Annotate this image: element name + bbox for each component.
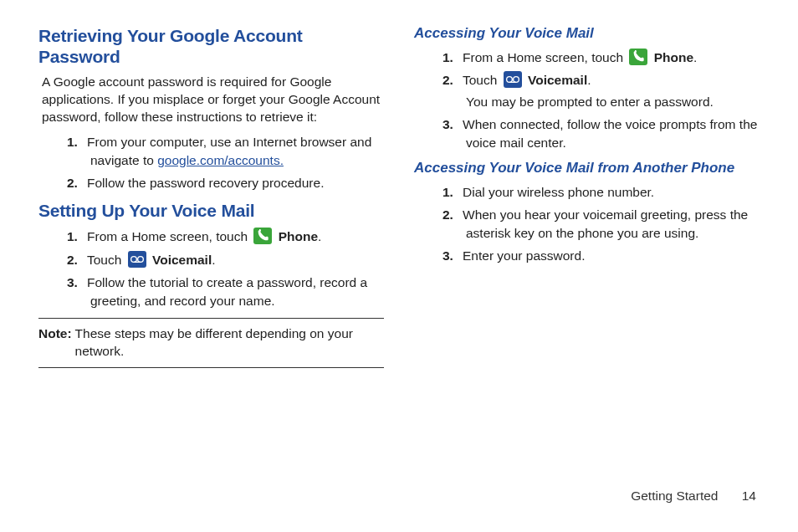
access-vm-step-2: 2.Touch Voicemail. You may be prompted t… — [414, 71, 760, 110]
step-text: Touch Voicemail. — [463, 73, 591, 87]
list-google-steps: 1.From your computer, use an Internet br… — [38, 133, 384, 192]
other-step-1: 1.Dial your wireless phone number. — [414, 183, 760, 201]
text-fragment: Touch — [87, 253, 125, 267]
text-fragment: . — [318, 229, 321, 243]
heading-google-password: Retrieving Your Google Account Password — [38, 25, 384, 67]
label-voicemail: Voicemail — [528, 73, 587, 87]
step-text: When you hear your voicemail greeting, p… — [463, 207, 748, 239]
other-step-3: 3.Enter your password. — [414, 247, 760, 264]
step-number: 2. — [442, 206, 463, 223]
step-number: 3. — [442, 115, 463, 133]
voicemail-icon — [128, 251, 146, 268]
step-number: 2. — [67, 251, 87, 269]
link-google-accounts[interactable]: google.com/accounts. — [157, 153, 284, 167]
heading-setup-voicemail: Setting Up Your Voice Mail — [38, 200, 384, 221]
step-number: 3. — [67, 274, 87, 291]
note-label: Note: — [38, 325, 75, 361]
label-phone: Phone — [279, 229, 318, 243]
step-number: 1. — [67, 228, 87, 245]
svg-point-1 — [137, 256, 143, 262]
phone-icon — [253, 228, 272, 244]
step-number: 2. — [442, 71, 463, 89]
heading-access-voicemail: Accessing Your Voice Mail — [414, 25, 760, 42]
other-step-2: 2.When you hear your voicemail greeting,… — [414, 206, 760, 242]
list-access-vm: 1.From a Home screen, touch Phone. 2.Tou… — [414, 49, 760, 151]
google-step-1: 1.From your computer, use an Internet br… — [38, 133, 384, 169]
page-body: Retrieving Your Google Account Password … — [0, 0, 798, 477]
svg-point-4 — [513, 77, 519, 83]
step-text: Follow the password recovery procedure. — [87, 176, 324, 190]
setup-vm-step-3: 3.Follow the tutorial to create a passwo… — [38, 274, 384, 309]
svg-point-3 — [506, 77, 512, 83]
footer-page-number: 14 — [742, 489, 756, 504]
para-google-intro: A Google account password is required fo… — [42, 74, 384, 126]
text-fragment: From a Home screen, touch — [463, 50, 627, 64]
step-text: Touch Voicemail. — [87, 253, 216, 267]
list-other-phone: 1.Dial your wireless phone number. 2.Whe… — [414, 183, 760, 265]
text-fragment: From a Home screen, touch — [87, 229, 251, 243]
note-text: These steps may be different depending o… — [75, 325, 384, 361]
right-column: Accessing Your Voice Mail 1.From a Home … — [399, 25, 760, 477]
step-number: 1. — [67, 133, 87, 151]
phone-icon — [629, 49, 647, 65]
label-phone: Phone — [654, 50, 693, 64]
step-number: 3. — [442, 247, 463, 264]
label-voicemail: Voicemail — [152, 253, 212, 267]
note-block: Note: These steps may be different depen… — [38, 318, 384, 368]
list-setup-vm: 1.From a Home screen, touch Phone. 2.Tou… — [38, 228, 384, 309]
step-text: Enter your password. — [463, 248, 585, 263]
text-fragment: Touch — [463, 73, 501, 87]
step-text: Follow the tutorial to create a password… — [87, 275, 367, 307]
step-text: When connected, follow the voice prompts… — [463, 117, 757, 149]
step-text: From a Home screen, touch Phone. — [463, 50, 697, 64]
step-number: 1. — [442, 183, 463, 201]
svg-point-0 — [130, 256, 136, 262]
footer-section: Getting Started — [631, 489, 718, 503]
setup-vm-step-1: 1.From a Home screen, touch Phone. — [38, 228, 384, 245]
step-text: From your computer, use an Internet brow… — [87, 135, 371, 166]
step-number: 1. — [442, 49, 463, 66]
text-fragment: . — [212, 253, 215, 267]
step-text: From a Home screen, touch Phone. — [87, 229, 321, 243]
text-fragment: . — [693, 50, 697, 64]
setup-vm-step-2: 2.Touch Voicemail. — [38, 251, 384, 269]
page-footer: Getting Started 14 — [631, 489, 756, 504]
step-text: Dial your wireless phone number. — [463, 185, 654, 199]
left-column: Retrieving Your Google Account Password … — [38, 25, 399, 477]
step-number: 2. — [67, 174, 87, 192]
access-vm-step-3: 3.When connected, follow the voice promp… — [414, 115, 760, 151]
text-fragment: . — [587, 73, 591, 87]
step-extra-text: You may be prompted to enter a password. — [466, 93, 760, 110]
heading-access-other-phone: Accessing Your Voice Mail from Another P… — [414, 160, 760, 176]
voicemail-icon — [504, 71, 522, 88]
google-step-2: 2.Follow the password recovery procedure… — [38, 174, 384, 192]
access-vm-step-1: 1.From a Home screen, touch Phone. — [414, 49, 760, 66]
